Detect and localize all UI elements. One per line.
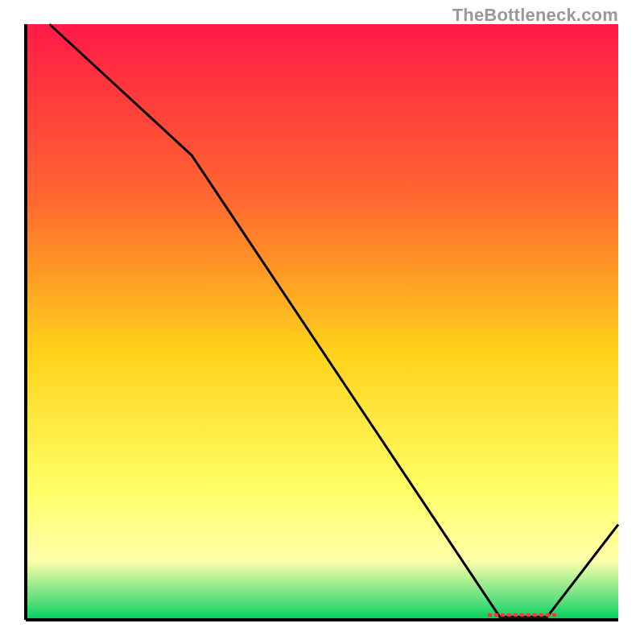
chart-svg xyxy=(0,0,644,644)
chart-container: TheBottleneck.com xyxy=(0,0,644,644)
gradient-background xyxy=(26,24,618,620)
